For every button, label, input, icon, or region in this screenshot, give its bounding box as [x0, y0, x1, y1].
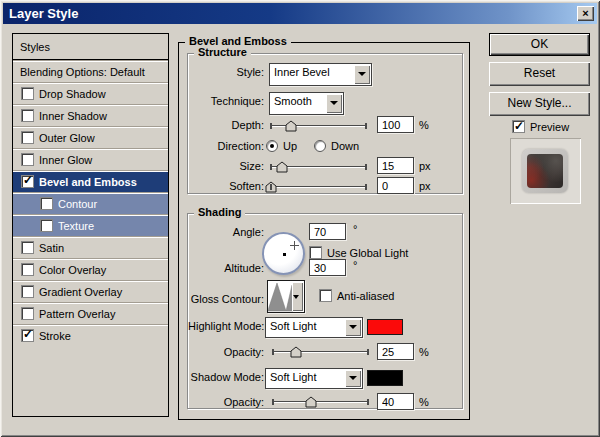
sidebar-item-stroke[interactable]: Stroke [13, 324, 168, 346]
altitude-label: Altitude: [188, 262, 264, 274]
angle-label: Angle: [188, 226, 264, 238]
gloss-contour-picker[interactable] [267, 280, 305, 313]
shading-legend: Shading [194, 206, 245, 218]
opacity-shadow-label: Opacity: [188, 396, 264, 408]
preview-label: Preview [530, 121, 569, 133]
depth-unit: % [419, 119, 429, 131]
shadow-mode-dropdown[interactable]: Soft Light [265, 368, 363, 389]
opacity-shadow-input[interactable] [377, 393, 414, 410]
angle-dial-center-dot [283, 253, 286, 256]
size-unit: px [419, 160, 431, 172]
structure-legend: Structure [194, 46, 251, 58]
sidebar-item-bevel-and-emboss[interactable]: Bevel and Emboss [13, 170, 168, 192]
size-slider[interactable] [270, 161, 367, 173]
angle-dial[interactable] [262, 232, 305, 275]
sidebar-item-blending-options[interactable]: Blending Options: Default [13, 60, 168, 82]
highlight-mode-label: Highlight Mode: [188, 320, 264, 332]
direction-down-radio[interactable] [314, 140, 326, 152]
direction-up-radio[interactable] [266, 140, 278, 152]
depth-slider-thumb[interactable] [285, 120, 297, 132]
sidebar-item-pattern-overlay[interactable]: Pattern Overlay [13, 302, 168, 324]
checkbox-bevel-and-emboss[interactable] [21, 175, 34, 188]
size-slider-thumb[interactable] [276, 161, 288, 173]
opacity-shadow-unit: % [419, 396, 429, 408]
size-input[interactable] [377, 157, 414, 174]
checkbox-drop-shadow[interactable] [21, 87, 34, 100]
size-label: Size: [188, 160, 264, 172]
sidebar-item-color-overlay[interactable]: Color Overlay [13, 258, 168, 280]
opacity-shadow-slider-thumb[interactable] [305, 396, 317, 408]
opacity-highlight-unit: % [419, 346, 429, 358]
cone-contour-icon [268, 281, 293, 312]
chevron-down-icon[interactable] [292, 282, 303, 311]
gloss-contour-label: Gloss Contour: [188, 293, 264, 305]
direction-label: Direction: [188, 140, 264, 152]
bevel-emboss-panel: Bevel and Emboss Structure Style: Inner … [178, 42, 470, 420]
altitude-unit: ° [353, 259, 357, 271]
anti-aliased-label: Anti-aliased [337, 290, 394, 302]
sidebar-item-inner-glow[interactable]: Inner Glow [13, 148, 168, 170]
styles-header[interactable]: Styles [13, 34, 168, 60]
title-bar[interactable]: Layer Style × [3, 3, 597, 24]
checkbox-gradient-overlay[interactable] [21, 285, 34, 298]
new-style-button[interactable]: New Style... [489, 92, 590, 116]
reset-button[interactable]: Reset [489, 62, 590, 86]
opacity-highlight-input[interactable] [377, 343, 414, 360]
checkbox-contour[interactable] [40, 197, 53, 210]
checkbox-stroke[interactable] [21, 329, 34, 342]
checkbox-inner-glow[interactable] [21, 153, 34, 166]
angle-unit: ° [353, 223, 357, 235]
angle-pointer-crosshair-icon[interactable] [290, 241, 299, 250]
checkbox-pattern-overlay[interactable] [21, 307, 34, 320]
checkbox-inner-shadow[interactable] [21, 109, 34, 122]
shading-group: Shading Angle: ° Use Global Light Altitu… [187, 213, 463, 409]
sidebar-item-inner-shadow[interactable]: Inner Shadow [13, 104, 168, 126]
chevron-down-icon[interactable] [354, 65, 370, 84]
shadow-color-swatch[interactable] [367, 370, 403, 386]
style-label: Style: [188, 66, 264, 78]
close-icon: × [582, 7, 588, 19]
styles-sidebar: Styles Blending Options: Default Drop Sh… [12, 33, 169, 417]
checkbox-texture[interactable] [40, 219, 53, 232]
soften-slider-thumb[interactable] [265, 181, 277, 193]
opacity-highlight-label: Opacity: [188, 346, 264, 358]
sidebar-item-satin[interactable]: Satin [13, 236, 168, 258]
shadow-mode-label: Shadow Mode: [188, 371, 264, 383]
sidebar-item-drop-shadow[interactable]: Drop Shadow [13, 82, 168, 104]
technique-label: Technique: [188, 95, 264, 107]
highlight-mode-dropdown[interactable]: Soft Light [265, 317, 363, 338]
style-dropdown[interactable]: Inner Bevel [269, 63, 372, 86]
soften-input[interactable] [377, 177, 414, 194]
technique-dropdown[interactable]: Smooth [269, 92, 344, 115]
direction-up-label[interactable]: Up [283, 140, 297, 152]
window-title: Layer Style [9, 6, 78, 21]
use-global-light-checkbox[interactable] [309, 246, 322, 259]
close-button[interactable]: × [577, 6, 594, 21]
soften-slider[interactable] [270, 181, 367, 193]
layer-style-dialog: Layer Style × Styles Blending Options: D… [0, 0, 600, 437]
preview-checkbox[interactable] [512, 120, 525, 133]
anti-aliased-checkbox[interactable] [319, 289, 332, 302]
sidebar-item-contour[interactable]: Contour [13, 192, 168, 214]
checkbox-outer-glow[interactable] [21, 131, 34, 144]
style-preview-thumbnail [522, 149, 568, 193]
chevron-down-icon[interactable] [345, 370, 361, 387]
chevron-down-icon[interactable] [326, 94, 342, 113]
angle-input[interactable] [309, 223, 346, 240]
ok-button[interactable]: OK [489, 33, 590, 56]
opacity-shadow-slider[interactable] [272, 396, 369, 408]
sidebar-item-outer-glow[interactable]: Outer Glow [13, 126, 168, 148]
opacity-highlight-slider-thumb[interactable] [290, 346, 302, 358]
opacity-highlight-slider[interactable] [272, 346, 369, 358]
sidebar-item-gradient-overlay[interactable]: Gradient Overlay [13, 280, 168, 302]
altitude-input[interactable] [309, 259, 346, 276]
depth-input[interactable] [377, 116, 414, 133]
chevron-down-icon[interactable] [345, 319, 361, 336]
checkbox-satin[interactable] [21, 241, 34, 254]
direction-down-label[interactable]: Down [331, 140, 359, 152]
soften-label: Soften: [188, 180, 264, 192]
sidebar-item-texture[interactable]: Texture [13, 214, 168, 236]
depth-slider[interactable] [270, 120, 367, 132]
checkbox-color-overlay[interactable] [21, 263, 34, 276]
highlight-color-swatch[interactable] [367, 319, 403, 335]
